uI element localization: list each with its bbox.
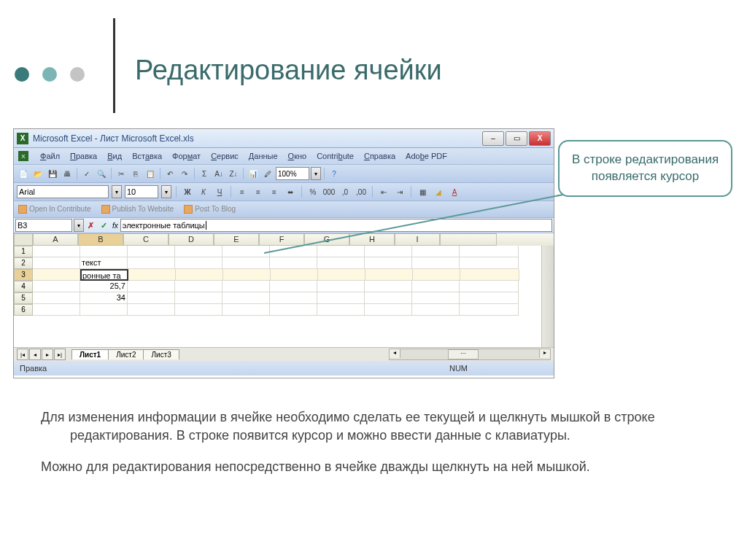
border-icon[interactable]: ▦ [416, 185, 429, 198]
minimize-button[interactable]: – [482, 131, 504, 146]
menu-contribute[interactable]: Contribute [317, 152, 354, 160]
menu-insert[interactable]: Вставка [132, 152, 162, 160]
close-button[interactable]: X [529, 131, 551, 146]
decimal-inc-icon[interactable]: ,0 [338, 185, 352, 198]
print-icon[interactable]: 🖶 [61, 167, 74, 180]
new-icon[interactable]: 📄 [17, 167, 30, 180]
drawing-icon[interactable]: 🖉 [261, 167, 274, 180]
size-dropdown-icon[interactable]: ▾ [161, 185, 171, 198]
zoom-dropdown-icon[interactable]: ▾ [311, 167, 321, 180]
col-header[interactable]: B [78, 233, 123, 246]
align-right-icon[interactable]: ≡ [268, 185, 281, 198]
status-bar: Правка NUM [14, 361, 554, 376]
redo-icon[interactable]: ↷ [178, 167, 191, 180]
row-header[interactable]: 1 [14, 246, 33, 257]
help-icon[interactable]: ? [328, 167, 341, 180]
col-header[interactable]: C [123, 233, 169, 246]
open-icon[interactable]: 📂 [31, 167, 44, 180]
comma-icon[interactable]: 000 [322, 185, 336, 198]
menu-window[interactable]: Окно [288, 152, 307, 160]
sheet-tab-2[interactable]: Лист2 [108, 349, 144, 359]
name-dropdown-icon[interactable]: ▾ [74, 219, 84, 232]
tab-last-icon[interactable]: ▸| [54, 349, 66, 360]
contribute-open[interactable]: Open In Contribute [18, 205, 91, 214]
menu-file[interactable]: Файл [40, 152, 60, 160]
row-header[interactable]: 3 [14, 269, 33, 281]
indent-inc-icon[interactable]: ⇥ [393, 185, 406, 198]
col-header[interactable]: I [395, 233, 440, 246]
col-header[interactable]: G [304, 233, 349, 246]
font-color-icon[interactable]: A [448, 185, 461, 198]
tab-next-icon[interactable]: ▸ [42, 349, 53, 360]
col-header[interactable]: H [349, 233, 395, 246]
col-header[interactable]: E [214, 233, 259, 246]
chart-icon[interactable]: 📊 [247, 167, 260, 180]
vertical-scrollbar[interactable] [541, 246, 554, 347]
menu-data[interactable]: Данные [249, 152, 278, 160]
currency-icon[interactable]: % [306, 185, 320, 198]
row-header[interactable]: 4 [14, 281, 33, 292]
row-header[interactable]: 5 [14, 292, 33, 304]
spell-icon[interactable]: ✓ [80, 167, 93, 180]
excel-doc-icon[interactable]: X [18, 151, 28, 161]
sum-icon[interactable]: Σ [198, 167, 211, 180]
cell-b5[interactable]: 34 [80, 292, 128, 304]
cell-b2[interactable]: текст [80, 257, 128, 269]
menu-tools[interactable]: Сервис [211, 152, 239, 160]
zoom-input[interactable]: 100% [276, 167, 309, 180]
indent-dec-icon[interactable]: ⇤ [377, 185, 390, 198]
cell-b3-editing[interactable]: ронные та [80, 269, 128, 281]
menu-help[interactable]: Справка [364, 152, 395, 160]
horizontal-scrollbar[interactable]: ◂ ⋯ ▸ [389, 349, 551, 360]
paste-icon[interactable]: 📋 [144, 167, 157, 180]
underline-icon[interactable]: Ч [213, 185, 226, 198]
menu-edit[interactable]: Правка [70, 152, 97, 160]
cut-icon[interactable]: ✂ [115, 167, 128, 180]
sort-desc-icon[interactable]: Z↓ [227, 167, 240, 180]
enter-icon[interactable]: ✓ [98, 219, 109, 231]
col-header[interactable]: A [33, 233, 78, 246]
title-bar[interactable]: X Microsoft Excel - Лист Microsoft Excel… [14, 129, 554, 148]
select-all-corner[interactable] [14, 233, 33, 246]
sheet-tab-3[interactable]: Лист3 [143, 349, 179, 359]
formula-input[interactable]: электронные таблицы [120, 219, 552, 232]
align-center-icon[interactable]: ≡ [252, 185, 265, 198]
col-header[interactable]: D [169, 233, 214, 246]
save-icon[interactable]: 💾 [46, 167, 59, 180]
tab-prev-icon[interactable]: ◂ [29, 349, 41, 360]
row-header[interactable]: 6 [14, 304, 33, 316]
sheet-tab-1[interactable]: Лист1 [71, 349, 109, 359]
copy-icon[interactable]: ⎘ [129, 167, 142, 180]
cell-b4[interactable]: 25,7 [80, 281, 128, 292]
sort-asc-icon[interactable]: A↓ [212, 167, 225, 180]
slide-bullets [15, 67, 85, 82]
font-dropdown-icon[interactable]: ▾ [112, 185, 122, 198]
align-left-icon[interactable]: ≡ [236, 185, 249, 198]
menu-format[interactable]: Формат [172, 152, 201, 160]
col-header[interactable] [440, 233, 497, 246]
col-header[interactable]: F [259, 233, 304, 246]
undo-icon[interactable]: ↶ [163, 167, 177, 180]
menu-adobe[interactable]: Adobe PDF [406, 152, 447, 160]
name-box[interactable]: B3 [15, 219, 72, 232]
menu-bar: X Файл Правка Вид Вставка Формат Сервис … [14, 148, 554, 165]
contribute-publish[interactable]: Publish To Website [101, 205, 174, 214]
italic-icon[interactable]: К [197, 185, 210, 198]
research-icon[interactable]: 🔍 [95, 167, 108, 180]
font-size-input[interactable]: 10 [125, 185, 158, 198]
contribute-blog[interactable]: Post To Blog [184, 205, 236, 214]
menu-view[interactable]: Вид [107, 152, 122, 160]
spreadsheet-grid[interactable]: A B C D E F G H I 1 2текст 3ронные та 42… [14, 233, 554, 347]
slide-title: Редактирование ячейки [135, 55, 442, 86]
bold-icon[interactable]: Ж [181, 185, 194, 198]
status-mode: Правка [20, 364, 47, 373]
font-input[interactable]: Arial [17, 185, 109, 198]
row-header[interactable]: 2 [14, 257, 33, 269]
maximize-button[interactable]: ▭ [506, 131, 527, 146]
fx-icon[interactable]: fx [112, 222, 118, 230]
merge-icon[interactable]: ⬌ [284, 185, 297, 198]
cancel-icon[interactable]: ✗ [85, 219, 96, 231]
tab-first-icon[interactable]: |◂ [17, 349, 28, 360]
fill-color-icon[interactable]: ◢ [432, 185, 445, 198]
decimal-dec-icon[interactable]: ,00 [355, 185, 368, 198]
